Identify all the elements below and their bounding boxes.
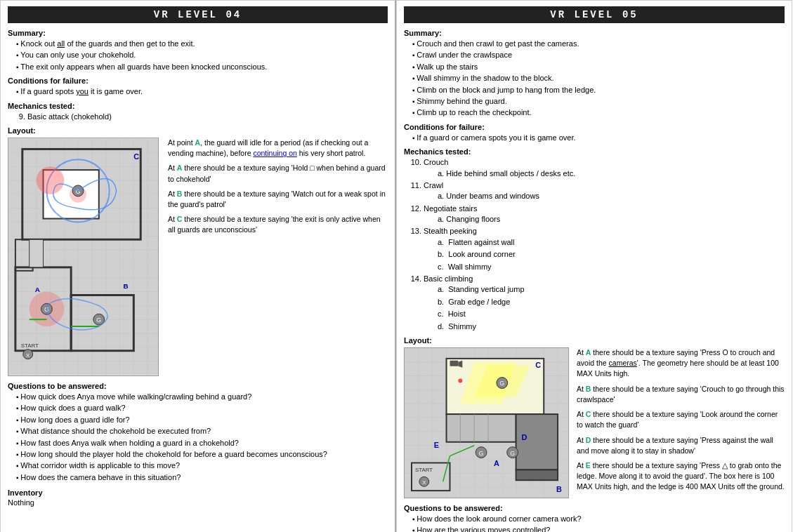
left-conditions-title: Conditions for failure: xyxy=(8,77,388,85)
sub-list: Under beams and windows xyxy=(424,191,785,201)
left-inventory-value: Nothing xyxy=(8,498,388,507)
svg-text:START: START xyxy=(415,467,433,473)
list-item: If a guard or camera spots you it is gam… xyxy=(412,133,785,143)
svg-text:X: X xyxy=(26,352,30,359)
left-inventory-title: Inventory xyxy=(8,488,388,497)
svg-rect-86 xyxy=(447,414,516,442)
right-conditions: Conditions for failure: If a guard or ca… xyxy=(404,123,785,143)
left-summary: Summary: Knock out all of the guards and… xyxy=(8,29,388,72)
right-summary-list: Crouch and then crawl to get past the ca… xyxy=(404,39,785,119)
map-note-1: At point A, the guard will idle for a pe… xyxy=(168,138,388,159)
right-summary-title: Summary: xyxy=(404,29,785,37)
list-item: Crouch and then crawl to get past the ca… xyxy=(412,39,785,49)
list-item: Under beams and windows xyxy=(438,191,785,201)
map-note-b: At B there should be a texture saying 'C… xyxy=(577,384,785,405)
list-item: Crouch Hide behind small objects / desks… xyxy=(424,157,785,179)
list-item: How does the camera behave in this situa… xyxy=(16,472,388,483)
map-note-a: At A there should be a texture saying 'P… xyxy=(577,347,785,380)
list-item: Shimmy behind the guard. xyxy=(412,96,785,107)
list-item: How does the look around corner camera w… xyxy=(412,514,785,524)
left-questions-title: Questions to be answered: xyxy=(8,382,388,390)
left-layout: Layout: xyxy=(8,126,388,378)
right-map-svg: C G xyxy=(404,347,569,498)
right-mechanics: Mechanics tested: Crouch Hide behind sma… xyxy=(404,147,785,332)
left-map-container: G C G G A A xyxy=(8,138,162,378)
left-questions-list: How quick does Anya move while walking/c… xyxy=(8,392,388,483)
left-map-svg: G C G G A A xyxy=(8,138,159,376)
list-item: Knock out all of the guards and then get… xyxy=(16,39,388,49)
list-item: c. Hoist xyxy=(438,309,785,319)
left-summary-title: Summary: xyxy=(8,29,388,37)
svg-text:A: A xyxy=(35,285,40,293)
list-item: c. Wall shimmy xyxy=(438,262,785,272)
svg-rect-55 xyxy=(30,239,44,267)
svg-text:START: START xyxy=(21,343,39,349)
left-inventory: Inventory Nothing xyxy=(8,488,388,507)
sub-list: a. Flatten against wall b. Look around c… xyxy=(424,237,785,272)
list-item: a. Flatten against wall xyxy=(438,237,785,248)
list-item: Climb on the block and jump to hang from… xyxy=(412,85,785,95)
right-layout-content: C G xyxy=(404,347,785,500)
sub-list: a. Standing vertical jump b. Grab edge /… xyxy=(424,284,785,332)
svg-rect-84 xyxy=(450,361,458,366)
right-summary: Summary: Crouch and then crawl to get pa… xyxy=(404,29,785,119)
svg-text:D: D xyxy=(522,433,527,441)
right-conditions-title: Conditions for failure: xyxy=(404,123,785,131)
svg-rect-103 xyxy=(516,470,558,480)
left-panel: VR LEVEL 04 Summary: Knock out all of th… xyxy=(0,0,396,532)
list-item: What distance should the chokehold be ex… xyxy=(16,426,388,437)
left-mechanics: Mechanics tested: Basic attack (chokehol… xyxy=(8,102,388,122)
svg-text:C: C xyxy=(535,361,541,369)
map-note-c: At C there should be a texture saying 'L… xyxy=(577,409,785,430)
sub-list: Hide behind small objects / desks etc. xyxy=(424,168,785,179)
right-header: VR LEVEL 05 xyxy=(404,6,785,23)
right-mechanics-list: Crouch Hide behind small objects / desks… xyxy=(404,157,785,332)
list-item: Basic attack (chokehold) xyxy=(27,112,388,122)
right-layout: Layout: xyxy=(404,336,785,500)
left-header: VR LEVEL 04 xyxy=(8,6,388,23)
list-item: b. Look around corner xyxy=(438,249,785,260)
map-note-2: At A there should be a texture saying 'H… xyxy=(168,163,388,184)
list-item: You can only use your chokehold. xyxy=(16,50,388,60)
svg-text:C: C xyxy=(133,152,139,161)
left-questions: Questions to be answered: How quick does… xyxy=(8,382,388,483)
left-layout-content: G C G G A A xyxy=(8,138,388,378)
map-note-3: At B there should be a texture saying 'W… xyxy=(168,189,388,210)
right-conditions-list: If a guard or camera spots you it is gam… xyxy=(404,133,785,143)
list-item: The exit only appears when all guards ha… xyxy=(16,62,388,72)
list-item: Climb up to reach the checkpoint. xyxy=(412,107,785,118)
svg-text:E: E xyxy=(434,441,439,449)
list-item: Changing floors xyxy=(438,214,785,225)
list-item: If a guard spots you it is game over. xyxy=(16,86,388,97)
list-item: Walk up the stairs xyxy=(412,62,785,72)
map-note-4: At C there should be a texture saying 't… xyxy=(168,214,388,235)
list-item: How fast does Anya walk when holding a g… xyxy=(16,438,388,448)
right-mechanics-title: Mechanics tested: xyxy=(404,147,785,156)
left-layout-title: Layout: xyxy=(8,126,388,135)
svg-text:X: X xyxy=(422,479,426,486)
list-item: Wall shimmy in the shadow to the block. xyxy=(412,73,785,84)
right-map-notes: At A there should be a texture saying 'P… xyxy=(577,347,785,500)
svg-text:G: G xyxy=(479,450,484,457)
left-mechanics-list: Basic attack (chokehold) xyxy=(8,112,388,122)
list-item: a. Standing vertical jump xyxy=(438,284,785,295)
svg-text:G: G xyxy=(499,380,504,387)
list-item: How quick does Anya move while walking/c… xyxy=(16,392,388,402)
svg-point-33 xyxy=(37,166,65,194)
svg-text:G: G xyxy=(96,317,101,324)
svg-text:B: B xyxy=(123,282,128,290)
list-item: What corridor width is applicable to thi… xyxy=(16,460,388,471)
svg-text:B: B xyxy=(556,485,562,493)
svg-text:G: G xyxy=(510,450,515,457)
right-questions-title: Questions to be answered: xyxy=(404,504,785,512)
left-conditions: Conditions for failure: If a guard spots… xyxy=(8,77,388,97)
map-note-d: At D there should be a texture saying 'P… xyxy=(577,435,785,456)
list-item: How quick does a guard walk? xyxy=(16,403,388,413)
svg-text:A: A xyxy=(494,459,499,467)
right-questions-list: How does the look around corner camera w… xyxy=(404,514,785,532)
list-item: How are the various moves controlled? xyxy=(412,525,785,532)
list-item: d. Shimmy xyxy=(438,321,785,332)
list-item: Basic climbing a. Standing vertical jump… xyxy=(424,274,785,332)
list-item: How long does a guard idle for? xyxy=(16,415,388,425)
right-questions: Questions to be answered: How does the l… xyxy=(404,504,785,532)
